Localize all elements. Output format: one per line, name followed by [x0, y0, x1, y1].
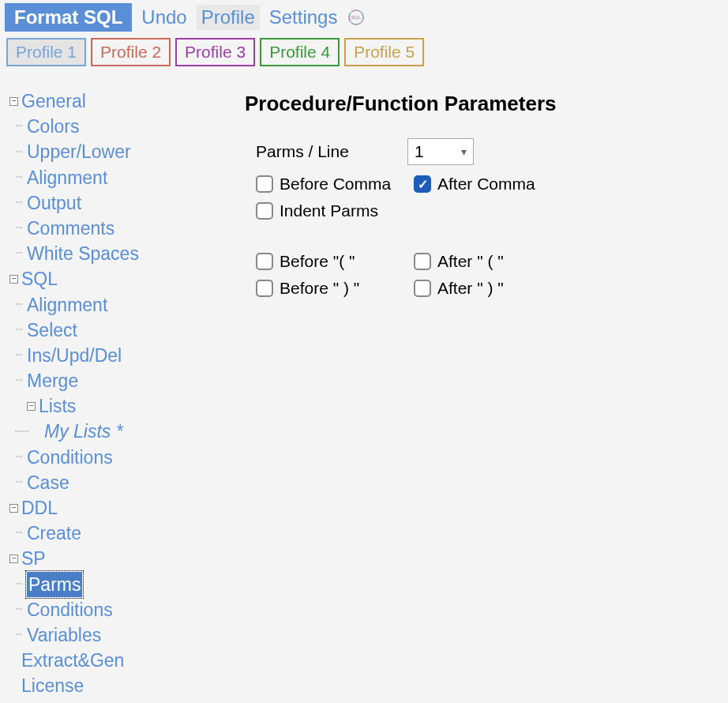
checkbox-checked-icon: ✓: [414, 175, 431, 193]
tree-item-case[interactable]: Case: [27, 470, 69, 495]
tree-line-icon: ⋅⋅⋅: [9, 373, 27, 389]
tree-line-icon: ⋅⋅⋅: [9, 297, 27, 313]
after-close-label: After " ) ": [437, 279, 504, 298]
tree-line-icon: ⋅⋅⋅: [9, 602, 27, 618]
profile-tab-1[interactable]: Profile 1: [6, 38, 86, 66]
profile-tab-2[interactable]: Profile 2: [91, 38, 171, 66]
tree-item-colors[interactable]: Colors: [27, 114, 79, 139]
page-title: Procedure/Function Parameters: [245, 92, 712, 116]
collapse-icon[interactable]: −: [9, 504, 18, 513]
content-panel: Procedure/Function Parameters Parms / Li…: [229, 73, 728, 703]
tree-item-license[interactable]: License: [21, 673, 84, 698]
tree-item-white-spaces[interactable]: White Spaces: [27, 241, 139, 266]
profile-tabs: Profile 1Profile 2Profile 3Profile 4Prof…: [0, 35, 728, 73]
indent-parms-checkbox[interactable]: Indent Parms: [256, 201, 414, 220]
nav-tree: −General⋅⋅⋅Colors⋅⋅⋅Upper/Lower⋅⋅⋅Alignm…: [0, 73, 229, 703]
tree-line-icon: ⋅⋅⋅: [9, 195, 27, 211]
tree-item-upper-lower[interactable]: Upper/Lower: [27, 139, 131, 164]
tree-line-icon: ⋅⋅⋅: [9, 475, 27, 491]
tree-line-icon: ⋅⋅⋅: [9, 118, 27, 134]
settings-button[interactable]: Settings: [269, 6, 338, 28]
tree-line-icon: ⋅⋅⋅: [9, 322, 27, 338]
tree-line-icon: ⋅⋅⋅: [9, 145, 27, 160]
profile-tab-4[interactable]: Profile 4: [260, 38, 340, 66]
tree-item-sp[interactable]: SP: [21, 546, 46, 571]
checkbox-icon: [256, 175, 273, 193]
format-sql-button[interactable]: Format SQL: [5, 3, 132, 32]
before-open-paren-checkbox[interactable]: Before "( ": [256, 252, 414, 271]
before-close-label: Before " ) ": [280, 279, 359, 298]
tree-item-output[interactable]: Output: [27, 190, 81, 216]
tree-item-alignment[interactable]: Alignment: [27, 292, 107, 318]
tree-line-icon: ⋅⋅⋅: [9, 525, 27, 541]
profile-tab-3[interactable]: Profile 3: [175, 38, 255, 66]
parms-line-value: 1: [415, 142, 424, 161]
checkbox-icon: [256, 202, 273, 220]
checkbox-icon: [256, 253, 273, 270]
chevron-down-icon: ▾: [461, 145, 467, 158]
tree-item-general[interactable]: General: [21, 88, 86, 114]
tree-item-extract-gen[interactable]: Extract&Gen: [21, 648, 124, 673]
checkbox-icon: [256, 280, 273, 297]
checkbox-icon: [414, 253, 431, 270]
tree-item-lists[interactable]: Lists: [39, 393, 76, 419]
tree-line-icon: ⋅⋅⋅: [9, 246, 27, 261]
tree-item-comments[interactable]: Comments: [27, 216, 114, 241]
tree-item-ddl[interactable]: DDL: [21, 495, 58, 521]
tree-line-icon: ⋅⋅⋅: [9, 449, 27, 465]
tree-item-alignment[interactable]: Alignment: [27, 165, 107, 190]
tree-item-select[interactable]: Select: [27, 318, 77, 343]
before-comma-checkbox[interactable]: Before Comma: [256, 175, 414, 194]
tree-item-my-lists-[interactable]: My Lists *: [44, 419, 123, 444]
tree-item-conditions[interactable]: Conditions: [27, 445, 113, 470]
tree-line-icon: ⋅⋅⋅: [9, 170, 27, 186]
tree-item-create[interactable]: Create: [27, 521, 81, 546]
profile-button[interactable]: Profile: [197, 5, 260, 30]
tree-line-icon: ⋅⋅⋅⋅⋅⋅: [9, 424, 44, 440]
tree-item-merge[interactable]: Merge: [27, 368, 78, 393]
before-open-label: Before "( ": [280, 252, 355, 271]
indent-parms-label: Indent Parms: [280, 201, 378, 220]
svg-text:SQL: SQL: [351, 15, 362, 20]
sql-logo-icon: SQL: [347, 8, 366, 27]
tree-line-icon: ⋅⋅⋅: [9, 348, 27, 363]
after-open-paren-checkbox[interactable]: After " ( ": [414, 252, 572, 271]
after-close-paren-checkbox[interactable]: After " ) ": [414, 279, 572, 298]
collapse-icon[interactable]: −: [9, 555, 18, 563]
collapse-icon[interactable]: −: [9, 275, 18, 284]
collapse-icon[interactable]: −: [9, 97, 18, 106]
tree-item-conditions[interactable]: Conditions: [27, 597, 113, 622]
undo-button[interactable]: Undo: [141, 6, 186, 28]
tree-item-sql[interactable]: SQL: [21, 266, 58, 291]
after-open-label: After " ( ": [437, 252, 504, 271]
parms-line-select[interactable]: 1 ▾: [407, 138, 474, 165]
tree-item-variables[interactable]: Variables: [27, 622, 101, 648]
tree-line-icon: ⋅⋅⋅: [9, 577, 27, 592]
after-comma-checkbox[interactable]: ✓ After Comma: [414, 175, 572, 194]
after-comma-label: After Comma: [437, 175, 535, 194]
parms-line-label: Parms / Line: [256, 142, 407, 161]
tree-item-ins-upd-del[interactable]: Ins/Upd/Del: [27, 343, 122, 368]
main-toolbar: Format SQL Undo Profile Settings SQL: [0, 0, 728, 35]
collapse-icon[interactable]: −: [27, 402, 36, 411]
tree-line-icon: ⋅⋅⋅: [9, 220, 27, 236]
profile-tab-5[interactable]: Profile 5: [344, 38, 424, 66]
checkbox-icon: [414, 280, 431, 297]
tree-line-icon: ⋅⋅⋅: [9, 627, 27, 643]
before-close-paren-checkbox[interactable]: Before " ) ": [256, 279, 414, 298]
tree-item-parms[interactable]: Parms: [27, 572, 82, 597]
before-comma-label: Before Comma: [280, 175, 391, 194]
